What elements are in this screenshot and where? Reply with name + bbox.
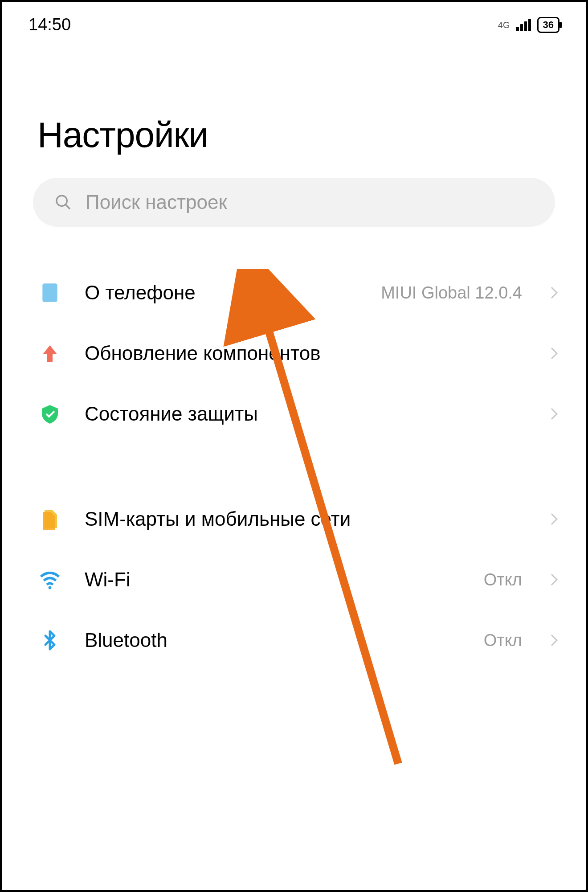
battery-icon: 36	[537, 17, 559, 33]
update-arrow-icon	[37, 341, 62, 366]
chevron-right-icon	[549, 631, 559, 649]
item-value: Откл	[484, 631, 522, 650]
svg-line-1	[65, 205, 70, 209]
search-icon	[54, 193, 72, 211]
signal-icon	[516, 19, 531, 31]
settings-item-security-status[interactable]: Состояние защиты	[2, 384, 586, 444]
chevron-right-icon	[549, 510, 559, 528]
settings-list: О телефоне MIUI Global 12.0.4 Обновление…	[2, 262, 586, 671]
search-input[interactable]	[86, 191, 534, 213]
settings-item-wifi[interactable]: Wi-Fi Откл	[2, 549, 586, 610]
sim-card-icon	[37, 507, 62, 532]
status-icons: 4G 36	[498, 17, 559, 33]
network-type-label: 4G	[498, 20, 510, 29]
item-label: Bluetooth	[85, 629, 461, 651]
chevron-right-icon	[549, 344, 559, 362]
section-divider	[2, 444, 586, 489]
svg-point-0	[57, 196, 67, 206]
svg-point-3	[49, 586, 52, 589]
page-title: Настройки	[2, 39, 586, 178]
item-label: Wi-Fi	[85, 569, 461, 591]
phone-icon	[37, 280, 62, 305]
status-bar: 14:50 4G 36	[2, 2, 586, 39]
battery-level: 36	[543, 19, 554, 31]
chevron-right-icon	[549, 405, 559, 423]
settings-item-component-updates[interactable]: Обновление компонентов	[2, 323, 586, 384]
item-value: MIUI Global 12.0.4	[381, 283, 522, 303]
settings-item-sim-cards[interactable]: SIM-карты и мобильные сети	[2, 489, 586, 549]
chevron-right-icon	[549, 284, 559, 302]
item-label: Обновление компонентов	[85, 342, 527, 364]
chevron-right-icon	[549, 571, 559, 589]
wifi-icon	[37, 567, 62, 592]
item-label: О телефоне	[85, 282, 359, 304]
bluetooth-icon	[37, 628, 62, 653]
shield-icon	[37, 401, 62, 426]
search-bar[interactable]	[33, 178, 555, 227]
item-label: Состояние защиты	[85, 403, 527, 425]
svg-rect-2	[42, 283, 57, 302]
item-value: Откл	[484, 570, 522, 589]
settings-item-about-phone[interactable]: О телефоне MIUI Global 12.0.4	[2, 262, 586, 323]
settings-item-bluetooth[interactable]: Bluetooth Откл	[2, 610, 586, 671]
item-label: SIM-карты и мобильные сети	[85, 508, 527, 530]
status-time: 14:50	[29, 15, 71, 34]
